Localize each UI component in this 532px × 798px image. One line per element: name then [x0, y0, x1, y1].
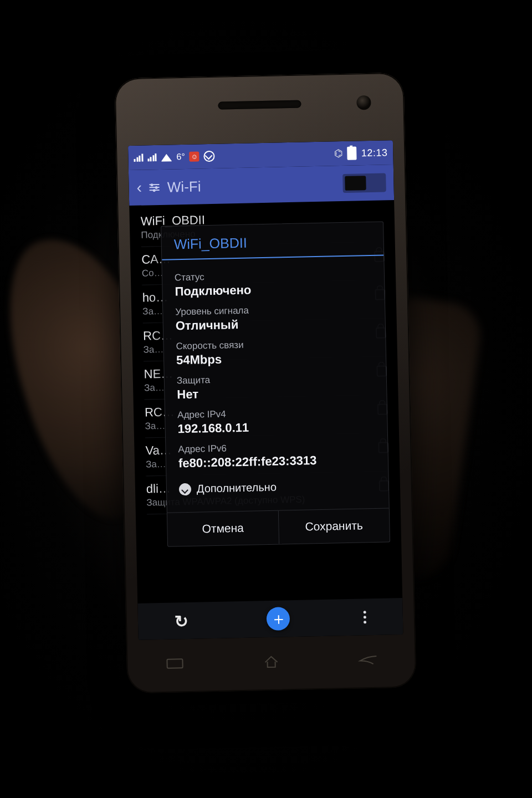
- temperature: 6°: [176, 152, 185, 162]
- back-icon[interactable]: ‹: [136, 180, 142, 196]
- svg-rect-0: [167, 659, 182, 668]
- hardware-nav-keys: [126, 644, 416, 679]
- wps-button[interactable]: ↻: [175, 611, 194, 631]
- field-value: Отличный: [176, 315, 373, 333]
- app-bar: ‹ Wi-Fi: [129, 165, 394, 206]
- settings-sliders-icon[interactable]: [150, 184, 160, 191]
- network-details-dialog: WiFi_OBDII Статус Подключено Уровень сиг…: [161, 221, 390, 546]
- advanced-label: Дополнительно: [197, 481, 277, 495]
- bottom-action-bar: ↻ ＋: [137, 598, 403, 640]
- add-network-button[interactable]: ＋: [267, 607, 290, 631]
- field-ipv6: Адрес IPv6 fe80::208:22ff:fe23:3313: [178, 440, 376, 470]
- earpiece: [218, 100, 301, 110]
- back-key[interactable]: [351, 651, 385, 669]
- field-value: Нет: [177, 383, 374, 402]
- photo-scene: 6° ☺ ⌬ 12:13 ‹ Wi-Fi WiFi_OBDII Подключе…: [0, 0, 532, 798]
- advanced-toggle[interactable]: Дополнительно: [179, 474, 377, 505]
- cancel-button[interactable]: Отмена: [167, 511, 279, 546]
- wifi-icon: [161, 152, 172, 161]
- field-security: Защита Нет: [177, 371, 375, 402]
- front-camera: [356, 95, 371, 110]
- field-status: Статус Подключено: [175, 268, 372, 299]
- cell-signal-2-icon: [147, 154, 157, 161]
- field-link-speed: Скорость связи 54Mbps: [176, 337, 374, 367]
- cell-signal-1-icon: [134, 154, 143, 162]
- field-value: fe80::208:22ff:fe23:3313: [178, 452, 376, 470]
- field-ipv4: Адрес IPv4 192.168.0.11: [177, 406, 375, 436]
- phone-call-icon: [204, 151, 215, 162]
- battery-icon: [347, 146, 357, 160]
- field-value: Подключено: [175, 280, 372, 299]
- save-button[interactable]: Сохранить: [278, 508, 390, 544]
- phone-screen: 6° ☺ ⌬ 12:13 ‹ Wi-Fi WiFi_OBDII Подключе…: [128, 140, 403, 640]
- notification-app-icon: ☺: [190, 151, 200, 161]
- overflow-menu-icon[interactable]: [363, 611, 366, 623]
- clock: 12:13: [361, 147, 388, 159]
- dialog-title: WiFi_OBDII: [161, 222, 383, 259]
- bluetooth-icon: ⌬: [334, 147, 343, 160]
- dialog-buttons: Отмена Сохранить: [167, 508, 390, 546]
- recent-apps-key[interactable]: [158, 654, 192, 673]
- wifi-toggle[interactable]: [342, 173, 386, 193]
- field-value: 192.168.0.11: [177, 418, 375, 436]
- chevron-down-icon: [179, 483, 191, 495]
- field-signal: Уровень сигнала Отличный: [175, 303, 373, 333]
- field-value: 54Mbps: [176, 349, 374, 367]
- phone-body: 6° ☺ ⌬ 12:13 ‹ Wi-Fi WiFi_OBDII Подключе…: [114, 73, 416, 694]
- page-title: Wi-Fi: [167, 178, 201, 196]
- home-key[interactable]: [254, 652, 288, 671]
- dialog-body: Статус Подключено Уровень сигнала Отличн…: [162, 259, 388, 512]
